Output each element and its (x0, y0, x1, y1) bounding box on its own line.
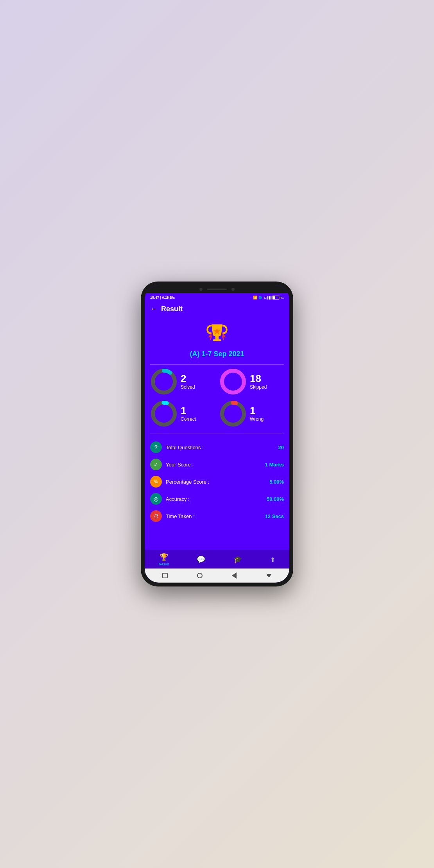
recent-apps-button[interactable] (161, 572, 169, 579)
result-nav-label: Result (159, 562, 169, 566)
result-nav-icon: 🏆 (160, 553, 168, 561)
sensor (231, 288, 235, 291)
donut-solved (150, 368, 178, 395)
status-icons: 📶 🔵 4G▐▐▐ 41 (253, 296, 284, 299)
status-bar: 15:47 | 0.1KB/s 📶 🔵 4G▐▐▐ 41 (145, 293, 289, 301)
info-section: ? Total Questions : 20 ✓ Your Score : 1 … (150, 437, 284, 526)
accuracy-value: 50.00% (267, 496, 284, 502)
header: ← Result (145, 301, 289, 317)
correct-number: 1 (181, 405, 196, 416)
solved-label: Solved (181, 384, 195, 390)
back-button-android[interactable] (230, 572, 238, 579)
main-content: (A) 1-7 Sep 2021 2 Solved (145, 317, 289, 550)
row-total-questions: ? Total Questions : 20 (150, 439, 284, 456)
stat-correct-text: 1 Correct (181, 405, 196, 422)
total-questions-icon: ? (150, 441, 162, 453)
trophy-icon (203, 320, 231, 348)
accessibility-button[interactable] (265, 572, 273, 579)
svg-rect-1 (215, 335, 219, 340)
your-score-icon: ✓ (150, 459, 162, 470)
quiz-title: (A) 1-7 Sep 2021 (190, 350, 244, 358)
phone-frame: 15:47 | 0.1KB/s 📶 🔵 4G▐▐▐ 41 ← Result (141, 282, 293, 586)
stat-skipped-text: 18 Skipped (250, 373, 267, 390)
time-taken-icon: ⏱ (150, 510, 162, 522)
speaker (207, 289, 227, 290)
page-title: Result (161, 305, 183, 313)
skipped-label: Skipped (250, 384, 267, 390)
svg-rect-2 (213, 339, 221, 341)
bottom-nav: 🏆 Result 💬 🎓 ⬆ (145, 550, 289, 569)
nav-share[interactable]: ⬆ (270, 556, 275, 563)
wifi-icon: 📶 (253, 296, 257, 299)
back-button[interactable]: ← (150, 305, 157, 313)
time-taken-label: Time Taken : (166, 513, 265, 519)
row-accuracy: ◎ Accuracy : 50.00% (150, 490, 284, 508)
total-questions-value: 20 (278, 445, 284, 450)
stat-correct: 1 Correct (150, 400, 215, 427)
front-camera (199, 288, 203, 291)
donut-skipped (219, 368, 247, 395)
svg-point-9 (222, 403, 244, 425)
your-score-value: 1 Marks (265, 462, 284, 468)
share-nav-icon: ⬆ (270, 556, 275, 563)
stat-wrong-text: 1 Wrong (250, 405, 264, 422)
camera-bar (145, 285, 289, 293)
nav-chat[interactable]: 💬 (197, 555, 205, 564)
divider-bottom (150, 434, 284, 434)
bluetooth-icon: 🔵 (258, 296, 262, 299)
android-nav-bar (145, 569, 289, 583)
percentage-value: 5.00% (269, 479, 284, 485)
trophy-section: (A) 1-7 Sep 2021 (190, 320, 244, 358)
total-questions-label: Total Questions : (166, 445, 278, 450)
stat-solved: 2 Solved (150, 368, 215, 395)
study-nav-icon: 🎓 (233, 555, 242, 564)
stat-skipped: 18 Skipped (219, 368, 284, 395)
row-your-score: ✓ Your Score : 1 Marks (150, 456, 284, 473)
svg-point-6 (222, 371, 244, 393)
svg-point-7 (153, 403, 175, 425)
nav-result[interactable]: 🏆 Result (159, 553, 169, 566)
wrong-label: Wrong (250, 416, 264, 422)
chat-nav-icon: 💬 (197, 555, 205, 564)
signal-icon: 4G▐▐▐ (264, 296, 271, 299)
time-taken-value: 12 Secs (265, 513, 284, 519)
percentage-label: Percentage Score : (166, 479, 269, 485)
wrong-number: 1 (250, 405, 264, 416)
your-score-label: Your Score : (166, 462, 265, 468)
correct-label: Correct (181, 416, 196, 422)
stat-solved-text: 2 Solved (181, 373, 195, 390)
row-time-taken: ⏱ Time Taken : 12 Secs (150, 508, 284, 525)
divider-top (150, 364, 284, 365)
skipped-number: 18 (250, 373, 267, 384)
battery-pct: 41 (280, 296, 284, 299)
status-time: 15:47 | 0.1KB/s (150, 296, 175, 299)
accuracy-icon: ◎ (150, 493, 162, 505)
stat-wrong: 1 Wrong (219, 400, 284, 427)
nav-study[interactable]: 🎓 (233, 555, 242, 564)
home-button[interactable] (196, 572, 204, 579)
solved-number: 2 (181, 373, 195, 384)
donut-correct (150, 400, 178, 427)
stats-grid: 2 Solved 18 Skipped (150, 368, 284, 427)
accuracy-label: Accuracy : (166, 496, 267, 502)
battery-icon (272, 296, 279, 299)
phone-screen: 15:47 | 0.1KB/s 📶 🔵 4G▐▐▐ 41 ← Result (145, 285, 289, 583)
percentage-icon: % (150, 476, 162, 488)
donut-wrong (219, 400, 247, 427)
row-percentage: % Percentage Score : 5.00% (150, 473, 284, 490)
